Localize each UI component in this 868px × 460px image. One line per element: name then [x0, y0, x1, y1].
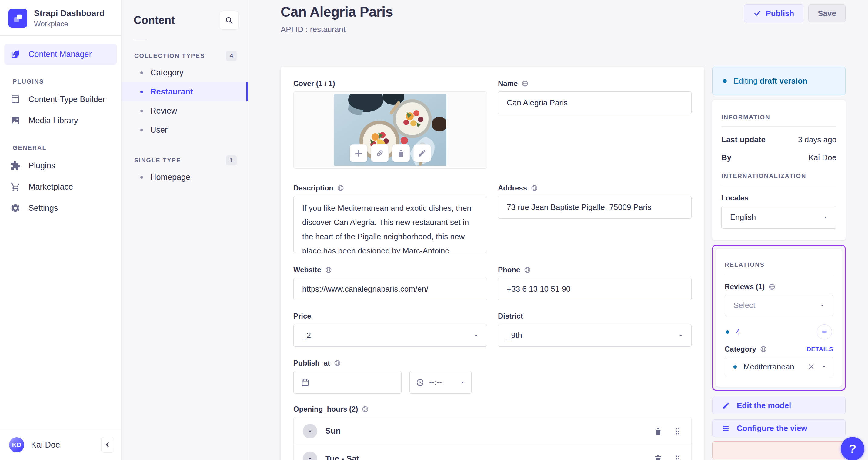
page-header: Can Alegria Paris API ID : restaurant Pu…: [281, 0, 845, 67]
relation-status-dot: [734, 365, 737, 368]
reviews-select[interactable]: Select: [725, 295, 833, 316]
sidebar-item-label: Media Library: [29, 116, 78, 125]
strapi-dashboard: Strapi Dashboard Workplace Content Manag…: [0, 0, 868, 460]
website-label: Website: [293, 266, 321, 274]
expand-toggle-button[interactable]: [303, 452, 317, 460]
pencil-icon: [722, 401, 730, 409]
configure-view-button[interactable]: Configure the view: [712, 419, 845, 437]
publish-at-label: Publish_at: [293, 359, 330, 367]
drag-handle-icon[interactable]: [673, 454, 682, 460]
review-relation-item: 4: [726, 324, 832, 339]
plus-icon: [354, 149, 363, 158]
user-name: Kai Doe: [31, 440, 60, 450]
globe-icon: [531, 185, 538, 192]
information-card: INFORMATION Last update 3 days ago By Ka…: [712, 100, 845, 240]
globe-icon: [760, 346, 767, 353]
add-media-button[interactable]: [350, 144, 367, 162]
calendar-icon: [301, 378, 309, 387]
sidebar-item-settings[interactable]: Settings: [4, 197, 117, 219]
phone-input[interactable]: [498, 278, 692, 300]
check-icon: [753, 9, 761, 17]
sidebar-item-marketplace[interactable]: Marketplace: [4, 176, 117, 197]
last-update-value: 3 days ago: [798, 135, 836, 144]
address-input[interactable]: [498, 196, 692, 219]
subnav-title: Content: [134, 14, 175, 27]
relations-header: RELATIONS: [725, 261, 833, 268]
edit-model-button[interactable]: Edit the model: [712, 397, 845, 414]
sidebar-item-plugins[interactable]: Plugins: [4, 155, 117, 176]
help-button[interactable]: ?: [841, 437, 864, 460]
avatar[interactable]: KD: [9, 437, 24, 453]
reviews-label: Reviews (1): [725, 283, 765, 291]
locale-select[interactable]: English: [721, 206, 836, 229]
publish-at-time-input[interactable]: --:--: [409, 371, 472, 394]
website-field: Website: [293, 266, 487, 300]
subnav-item-user[interactable]: User: [122, 121, 248, 140]
subnav-item-review[interactable]: Review: [122, 101, 248, 121]
website-input[interactable]: [293, 278, 487, 300]
trash-icon[interactable]: [654, 427, 663, 436]
list-settings-icon: [722, 424, 730, 432]
publish-at-date-input[interactable]: [293, 371, 402, 394]
divider: [0, 35, 121, 36]
sidebar-item-media-library[interactable]: Media Library: [4, 110, 117, 131]
copy-link-button[interactable]: [371, 144, 389, 162]
category-value: Mediterranean: [743, 362, 794, 371]
description-field: Description If you like Mediterranean an…: [293, 184, 487, 253]
publish-button[interactable]: Publish: [744, 4, 803, 23]
subnav-item-restaurant[interactable]: Restaurant: [122, 83, 248, 101]
delete-entry-button[interactable]: [712, 441, 845, 459]
trash-icon[interactable]: [654, 454, 663, 460]
status-text-bold: draft version: [760, 76, 808, 86]
subnav-item-homepage[interactable]: Homepage: [122, 168, 248, 187]
name-input[interactable]: [498, 92, 692, 114]
minus-icon: [820, 328, 828, 336]
edit-media-button[interactable]: [413, 144, 431, 162]
review-relation-link[interactable]: 4: [736, 327, 740, 337]
delete-media-button[interactable]: [392, 144, 410, 162]
time-placeholder: --:--: [429, 377, 442, 387]
cart-icon: [10, 182, 21, 192]
address-label: Address: [498, 184, 527, 192]
globe-icon: [524, 266, 531, 273]
search-button[interactable]: [220, 11, 239, 30]
sidebar-item-content-manager[interactable]: Content Manager: [4, 43, 117, 65]
sidebar-item-content-type-builder[interactable]: Content-Type Builder: [4, 89, 117, 110]
chevron-down-icon: [306, 428, 314, 435]
subnav-item-category[interactable]: Category: [122, 63, 248, 83]
opening-hours-row-sun: Sun: [294, 417, 691, 445]
sidebar-item-label: Content-Type Builder: [29, 95, 105, 104]
main-sidebar: Strapi Dashboard Workplace Content Manag…: [0, 0, 122, 460]
media-icon: [10, 116, 21, 126]
layout-icon: [10, 94, 21, 104]
chevron-left-icon: [104, 441, 112, 449]
details-link[interactable]: DETAILS: [806, 346, 833, 353]
district-select[interactable]: _9th: [498, 324, 692, 347]
description-label: Description: [293, 184, 333, 192]
header-actions: Publish Save: [744, 4, 845, 23]
cover-toolbar: [350, 144, 431, 162]
cover-label: Cover (1 / 1): [293, 79, 335, 88]
sidebar-item-label: Content Manager: [29, 50, 92, 59]
relations-highlight-outline: RELATIONS Reviews (1) Select: [712, 245, 845, 391]
subnav-item-label: Homepage: [150, 173, 190, 182]
single-type-header: SINGLE TYPE: [134, 157, 181, 164]
sidebar-item-label: Settings: [29, 203, 58, 213]
drag-handle-icon[interactable]: [673, 427, 682, 436]
chevron-down-icon: [473, 332, 479, 339]
bullet-icon: [140, 176, 143, 179]
collapse-sidebar-button[interactable]: [101, 437, 114, 453]
save-button[interactable]: Save: [808, 4, 845, 23]
divider: [134, 39, 147, 39]
price-select[interactable]: _2: [293, 324, 487, 347]
by-value: Kai Doe: [809, 153, 837, 162]
gear-icon: [10, 203, 21, 213]
remove-relation-button[interactable]: [817, 324, 832, 339]
bullet-icon: [140, 110, 143, 112]
last-update-label: Last update: [721, 135, 766, 144]
description-textarea[interactable]: If you like Mediterranean and exotic dis…: [293, 196, 487, 253]
category-select[interactable]: Mediterranean: [725, 357, 833, 376]
expand-toggle-button[interactable]: [303, 424, 317, 438]
clear-icon[interactable]: [807, 363, 815, 371]
pencil-icon: [417, 149, 427, 158]
